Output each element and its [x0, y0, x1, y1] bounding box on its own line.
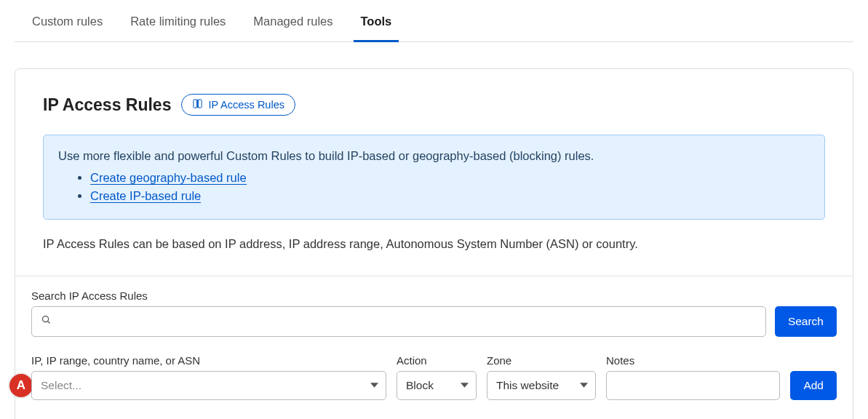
- action-field-label: Action: [397, 354, 477, 367]
- banner-text: Use more flexible and powerful Custom Ru…: [58, 147, 810, 166]
- ip-select-placeholder: Select...: [41, 379, 81, 392]
- chevron-down-icon: [461, 379, 469, 392]
- svg-point-1: [43, 316, 49, 322]
- action-select[interactable]: Block: [397, 371, 477, 400]
- zone-field-label: Zone: [487, 354, 596, 367]
- doc-link-ip-access-rules[interactable]: IP Access Rules: [181, 94, 295, 116]
- add-button[interactable]: Add: [790, 371, 837, 400]
- zone-select-value: This website: [496, 379, 559, 392]
- ip-access-rules-card: IP Access Rules IP Access Rules Use more…: [15, 68, 853, 419]
- section-description: IP Access Rules can be based on IP addre…: [43, 237, 825, 276]
- action-select-value: Block: [406, 379, 434, 392]
- link-create-ip-rule[interactable]: Create IP-based rule: [90, 189, 201, 203]
- tab-tools[interactable]: Tools: [361, 15, 392, 41]
- notes-field-label: Notes: [606, 354, 780, 367]
- ip-select[interactable]: Select...: [31, 371, 386, 400]
- tab-managed-rules[interactable]: Managed rules: [253, 15, 333, 41]
- ip-field-label: IP, IP range, country name, or ASN: [31, 354, 386, 367]
- doc-link-label: IP Access Rules: [208, 99, 284, 111]
- annotation-marker-a: A: [9, 374, 33, 397]
- search-input[interactable]: [57, 315, 757, 327]
- book-icon: [192, 98, 203, 111]
- link-create-geo-rule[interactable]: Create geography-based rule: [90, 171, 247, 185]
- notes-input-wrapper[interactable]: [606, 371, 780, 400]
- search-button[interactable]: Search: [775, 306, 837, 337]
- svg-line-2: [48, 322, 50, 324]
- chevron-down-icon: [580, 379, 588, 392]
- search-input-wrapper[interactable]: [31, 306, 766, 337]
- page-title: IP Access Rules: [43, 95, 171, 115]
- tab-custom-rules[interactable]: Custom rules: [32, 15, 103, 41]
- notes-input[interactable]: [616, 379, 771, 392]
- chevron-down-icon: [370, 379, 378, 392]
- tab-nav: Custom rules Rate limiting rules Managed…: [15, 0, 853, 42]
- search-label: Search IP Access Rules: [31, 290, 837, 302]
- zone-select[interactable]: This website: [487, 371, 596, 400]
- search-icon: [41, 314, 52, 328]
- tab-rate-limiting[interactable]: Rate limiting rules: [130, 15, 226, 41]
- info-banner: Use more flexible and powerful Custom Ru…: [43, 135, 825, 220]
